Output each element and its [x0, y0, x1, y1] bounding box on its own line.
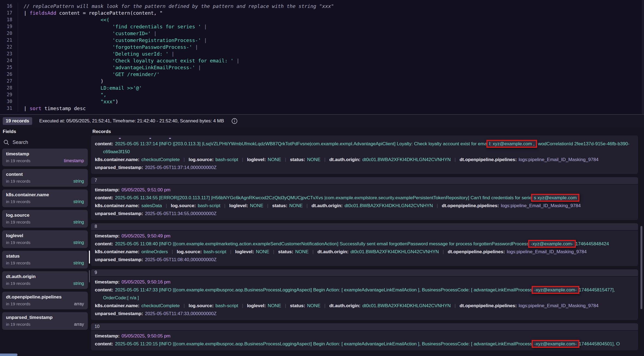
field-card[interactable]: k8s.container.name in 19 records string: [2, 189, 88, 207]
record-field: dt.auth.origin:dt0c01.BWBA2XFKI4DKHLGN42…: [329, 157, 451, 162]
record-unparsed-timestamp: unparsed_timestamp:2025-05-05T11:08:40,0…: [95, 256, 634, 264]
field-record-count: in 19 records: [6, 281, 31, 286]
record-field: dt.auth.origin:dt0c01.BWBA2XFKI4DKHLGN42…: [317, 249, 439, 254]
records-scrollbar-thumb[interactable]: [640, 226, 642, 309]
field-name: dt.auth.origin: [6, 274, 84, 279]
line-number: 27: [0, 78, 18, 85]
code-line: 16 // replacePattern will mask look for …: [0, 3, 644, 10]
record-field: log.source:bash-script: [171, 203, 221, 208]
field-record-count: in 19 records: [6, 261, 31, 266]
records-panel: Records content:2025-05-05 11:37:14 [INF…: [90, 127, 644, 356]
record-number-row[interactable]: 8: [91, 223, 638, 231]
record-field: dt.openpipeline.pipelines:logs:pipeline_…: [459, 303, 598, 308]
field-type-badge: string: [73, 199, 84, 204]
email-annotation-box: l: xyz@example.com ,: [486, 140, 537, 148]
field-card[interactable]: timestamp in 19 records timestamp: [2, 149, 88, 166]
field-record-count: in 19 records: [6, 158, 31, 163]
record-fields: k8s.container.name:salesData|log.source:…: [95, 202, 634, 210]
record-field: dt.openpipeline.pipelines:logs:pipeline_…: [459, 157, 598, 162]
info-icon[interactable]: [231, 118, 238, 124]
code-text: 'advantageLinkEmailProcess-' |: [18, 64, 201, 71]
record-field: status:NONE: [290, 157, 320, 162]
log-record[interactable]: 10 timestamp:05/05/2025, 9:50:05 pm cont…: [91, 323, 638, 350]
record-fields: k8s.container.name:checkoutComplete|log.…: [95, 302, 634, 310]
fields-scrollbar-thumb[interactable]: [89, 251, 90, 264]
line-number: 28: [0, 85, 18, 91]
record-field: status:NONE: [278, 249, 309, 254]
line-number: 21: [0, 37, 18, 44]
record-field: status:NONE: [272, 203, 303, 208]
log-record[interactable]: content:2025-05-05 11:37:14 [INFO |[203.…: [91, 135, 638, 174]
record-number-row[interactable]: 10: [91, 323, 638, 331]
record-content: content:2025-05-05 11:47:33 [INFO |||com…: [95, 286, 634, 302]
code-text: 'forgottenPasswordProcess-' |: [18, 44, 198, 50]
log-record[interactable]: 9 timestamp:05/05/2025, 9:50:16 pm conte…: [91, 269, 638, 320]
record-number-row[interactable]: 7: [91, 177, 638, 185]
record-field: log.source:bash-script: [189, 303, 238, 308]
record-body: timestamp:05/05/2025, 9:51:00 pm content…: [91, 185, 638, 220]
field-name: k8s.container.name: [6, 192, 84, 198]
code-line: 29 ",: [0, 91, 644, 98]
field-name: unparsed_timestamp: [6, 315, 84, 320]
field-card[interactable]: dt.openpipeline.pipelines in 19 records …: [2, 292, 88, 309]
code-line: 31 | sort timestamp desc: [0, 105, 644, 112]
line-number: 23: [0, 50, 18, 57]
code-line: 27 ): [0, 78, 644, 85]
field-card[interactable]: dt.auth.origin in 19 records string: [2, 271, 88, 289]
code-line: 30 "xxx"): [0, 98, 644, 105]
fields-scrollbar-track[interactable]: [89, 270, 90, 282]
code-text: 'customerID=' |: [18, 30, 157, 37]
code-line: 26 'GET /reminder/': [0, 71, 644, 78]
record-field: loglevel:NONE: [229, 203, 263, 208]
field-name: timestamp: [6, 151, 84, 157]
field-type-badge: string: [73, 240, 84, 245]
code-line: 17 | fieldsAdd content = replacePattern(…: [0, 10, 644, 16]
record-unparsed-timestamp: unparsed_timestamp:2025-05-05T11:37:14,0…: [95, 164, 634, 171]
execution-summary: Executed at: 05/05/2025, 21:52:41, Timef…: [39, 118, 224, 124]
field-card[interactable]: unparsed_timestamp in 19 records array: [2, 312, 88, 330]
field-type-badge: string: [73, 220, 84, 225]
field-card[interactable]: loglevel in 19 records string: [2, 230, 88, 248]
record-content: content:2025-05-05 11:20:15 [INFO |||com…: [95, 340, 634, 348]
record-number: 9: [95, 270, 97, 275]
code-text: "xxx"): [18, 98, 118, 105]
search-input[interactable]: [13, 140, 73, 145]
line-number: 19: [0, 23, 18, 30]
line-number: 25: [0, 64, 18, 71]
code-text: 'Deleting userId: ' |: [18, 50, 174, 57]
record-body: timestamp:05/05/2025, 9:50:16 pm content…: [91, 277, 638, 320]
record-number-row[interactable]: 9: [91, 269, 638, 277]
field-card[interactable]: content in 19 records string: [2, 169, 88, 187]
code-text: | sort timestamp desc: [18, 105, 86, 112]
field-type-badge: string: [73, 179, 84, 184]
line-number: 24: [0, 57, 18, 64]
line-number: 30: [0, 98, 18, 105]
line-number: 18: [0, 16, 18, 23]
record-field: k8s.container.name:salesData: [95, 203, 162, 208]
record-body: timestamp:05/05/2025, 9:50:49 pm content…: [91, 231, 638, 266]
field-record-count: in 19 records: [6, 240, 31, 245]
query-editor[interactable]: 16 // replacePattern will mask look for …: [0, 0, 644, 115]
code-line: 25 'advantageLinkEmailProcess-' |: [0, 64, 644, 71]
code-text: ): [18, 78, 104, 85]
record-timestamp: timestamp:05/05/2025, 9:50:16 pm: [95, 278, 634, 286]
record-field: loglevel:NONE: [247, 303, 281, 308]
record-field: loglevel:NONE: [235, 249, 269, 254]
record-number: 7: [95, 178, 97, 183]
record-unparsed-timestamp: unparsed_timestamp:2025-05-05T11:47:33,0…: [95, 310, 634, 318]
code-text: 'GET /reminder/': [18, 71, 160, 78]
records-panel-title: Records: [91, 127, 638, 135]
code-text: 'Check loyalty account exist for email: …: [18, 57, 239, 64]
horizontal-scrollbar[interactable]: [0, 354, 17, 356]
log-record[interactable]: 7 timestamp:05/05/2025, 9:51:00 pm conte…: [91, 177, 638, 220]
code-line: 24 'Check loyalty account exist for emai…: [0, 57, 644, 64]
log-record[interactable]: 8 timestamp:05/05/2025, 9:50:49 pm conte…: [91, 223, 638, 266]
field-card[interactable]: log.source in 19 records string: [2, 210, 88, 228]
field-name: log.source: [6, 213, 84, 218]
field-list: timestamp in 19 records timestamp conten…: [0, 149, 90, 330]
code-text: | fieldsAdd content = replacePattern(con…: [18, 10, 162, 16]
records-count-badge: 19 records: [3, 117, 32, 125]
field-card[interactable]: status in 19 records string: [2, 251, 88, 268]
line-number: 22: [0, 44, 18, 50]
fields-search[interactable]: [0, 135, 90, 149]
